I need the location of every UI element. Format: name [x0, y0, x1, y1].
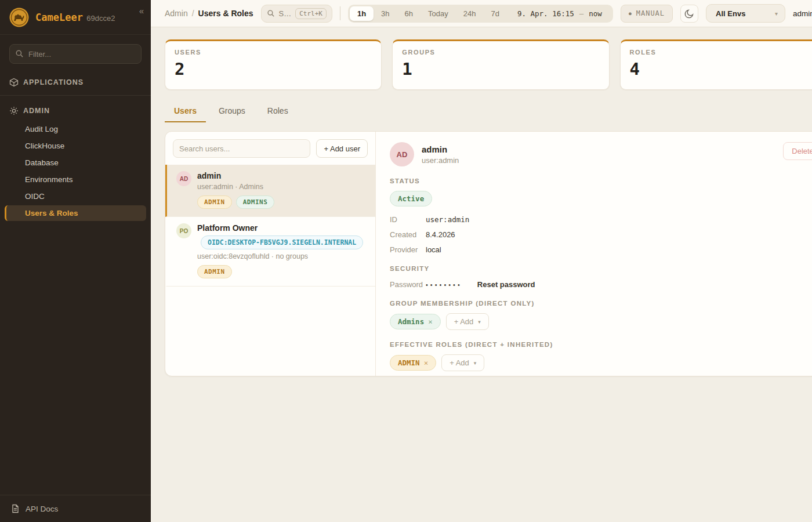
add-group-label: + Add — [454, 317, 474, 326]
time-display[interactable]: 9. Apr. 16:15 — now — [507, 9, 611, 18]
breadcrumb-parent[interactable]: Admin — [165, 9, 188, 18]
sidebar-item-audit-log[interactable]: Audit Log — [5, 121, 146, 137]
add-group-button[interactable]: + Add ▾ — [446, 313, 489, 330]
stat-value: 4 — [630, 59, 812, 79]
list-item-platform-owner[interactable]: PO Platform Owner OIDC:DESKTOP-FB5VGJ9.S… — [165, 217, 375, 287]
user-item-body: admin user:admin · Admins ADMIN ADMINS — [197, 171, 366, 209]
users-panel: + Add user AD admin user:admin · Admins … — [165, 131, 812, 376]
section-admin[interactable]: ADMIN — [0, 106, 151, 115]
role-badge: ADMIN — [197, 265, 232, 278]
badge-row: ADMIN ADMINS — [197, 195, 366, 209]
remove-role-icon[interactable]: × — [424, 358, 429, 367]
tab-users[interactable]: Users — [165, 102, 206, 122]
oidc-provider-badge: OIDC:DESKTOP-FB5VGJ9.SIEGELN.INTERNAL — [201, 235, 363, 249]
detail-header: AD admin user:admin Delete — [390, 142, 812, 166]
user-list-column: + Add user AD admin user:admin · Admins … — [165, 132, 376, 376]
groups-stat-card: GROUPS 1 — [392, 39, 609, 90]
search-shortcut-badge: Ctrl+K — [295, 8, 327, 19]
global-search-button[interactable]: S… Ctrl+K — [261, 5, 332, 23]
avatar: PO — [176, 223, 191, 238]
user-item-name: admin — [197, 171, 366, 180]
refresh-mode-button[interactable]: ● MANUAL — [621, 5, 673, 23]
stats-row: USERS 2 GROUPS 1 ROLES 4 — [165, 39, 812, 90]
sidebar-item-database[interactable]: Database — [5, 155, 146, 171]
tab-roles[interactable]: Roles — [258, 102, 298, 122]
badge-row: ADMIN — [197, 265, 366, 278]
user-item-meta: user:admin · Admins — [197, 183, 366, 191]
document-icon — [10, 504, 20, 513]
brand-block: CameLeer 69dcce2 — [35, 12, 115, 23]
range-3h[interactable]: 3h — [374, 6, 397, 21]
add-role-button[interactable]: + Add ▾ — [441, 354, 484, 371]
list-item-admin[interactable]: AD admin user:admin · Admins ADMIN ADMIN… — [165, 165, 375, 217]
dark-mode-toggle[interactable] — [680, 5, 698, 23]
stat-label: GROUPS — [402, 49, 599, 56]
search-users-input[interactable] — [173, 139, 310, 158]
detail-fields: ID user:admin Created 8.4.2026 Provider … — [390, 215, 812, 254]
users-stat-card: USERS 2 — [165, 39, 382, 90]
section-applications-label: APPLICATIONS — [23, 78, 84, 86]
range-today[interactable]: Today — [420, 6, 456, 21]
role-chip-admin: ADMIN × — [390, 355, 436, 371]
reset-password-button[interactable]: Reset password — [477, 280, 535, 289]
security-section-label: SECURITY — [390, 265, 812, 272]
api-docs-label: API Docs — [26, 505, 58, 513]
sidebar-item-clickhouse[interactable]: ClickHouse — [5, 138, 146, 154]
stat-value: 1 — [402, 59, 599, 79]
password-mask: •••••••• — [426, 281, 462, 288]
stat-value: 2 — [175, 59, 372, 79]
env-select[interactable]: All Envs ▾ — [706, 4, 785, 23]
user-item-meta: user:oidc:8evzqofluhld · no groups — [197, 252, 366, 260]
add-user-button[interactable]: + Add user — [316, 139, 368, 158]
sidebar-divider — [0, 95, 151, 96]
sidebar-header: CameLeer 69dcce2 « — [0, 0, 151, 35]
sidebar-item-oidc[interactable]: OIDC — [5, 188, 146, 204]
tab-groups[interactable]: Groups — [209, 102, 255, 122]
moon-icon — [684, 9, 694, 19]
range-6h[interactable]: 6h — [397, 6, 420, 21]
instance-id: 69dcce2 — [86, 14, 115, 23]
admin-nav: Audit Log ClickHouse Database Environmen… — [0, 120, 151, 222]
sidebar-filter — [9, 44, 142, 64]
sidebar-item-users-roles[interactable]: Users & Roles — [5, 205, 146, 221]
password-label: Password — [390, 280, 426, 289]
range-7d[interactable]: 7d — [483, 6, 506, 21]
refresh-dot-icon: ● — [629, 11, 632, 16]
delete-user-button[interactable]: Delete — [783, 142, 812, 160]
time-range-control: 1h 3h 6h Today 24h 7d 9. Apr. 16:15 — no… — [348, 5, 613, 23]
chevron-down-icon: ▾ — [478, 319, 481, 325]
roles-stat-card: ROLES 4 — [620, 39, 812, 90]
breadcrumb-separator: / — [192, 9, 194, 18]
brand-name: CameLeer — [35, 12, 83, 23]
group-chips-row: Admins × + Add ▾ — [390, 313, 812, 330]
range-1h[interactable]: 1h — [350, 6, 374, 21]
breadcrumb: Admin / Users & Roles — [165, 9, 253, 18]
sidebar-collapse-icon[interactable]: « — [139, 6, 144, 16]
field-label-created: Created — [390, 230, 426, 239]
header-right-cluster: ● MANUAL All Envs ▾ admin AD — [621, 4, 812, 23]
role-chip-text: ADMIN — [398, 358, 420, 367]
user-menu[interactable]: admin AD — [793, 5, 812, 22]
time-dash: — — [579, 9, 584, 18]
sidebar-item-environments[interactable]: Environments — [5, 172, 146, 187]
search-icon — [15, 49, 24, 58]
sidebar-filter-input[interactable] — [9, 44, 142, 64]
status-section-label: STATUS — [390, 177, 812, 184]
field-value-provider: local — [426, 245, 812, 254]
group-chip-text: Admins — [398, 317, 424, 326]
header-divider — [340, 6, 340, 20]
user-item-body: Platform Owner OIDC:DESKTOP-FB5VGJ9.SIEG… — [197, 223, 366, 278]
env-select-value: All Envs — [716, 9, 745, 18]
field-value-created: 8.4.2026 — [426, 230, 812, 239]
remove-group-icon[interactable]: × — [428, 317, 433, 326]
sidebar: CameLeer 69dcce2 « APPLICATIONS ADMIN — [0, 0, 151, 522]
user-item-name: Platform Owner — [197, 223, 366, 233]
section-applications[interactable]: APPLICATIONS — [0, 78, 151, 87]
detail-title-block: admin user:admin — [422, 144, 459, 165]
group-badge: ADMINS — [236, 195, 275, 209]
api-docs-link[interactable]: API Docs — [0, 495, 151, 522]
range-24h[interactable]: 24h — [456, 6, 484, 21]
detail-user-name: admin — [422, 144, 459, 154]
camel-logo-icon — [9, 8, 29, 27]
refresh-mode-label: MANUAL — [636, 9, 665, 17]
